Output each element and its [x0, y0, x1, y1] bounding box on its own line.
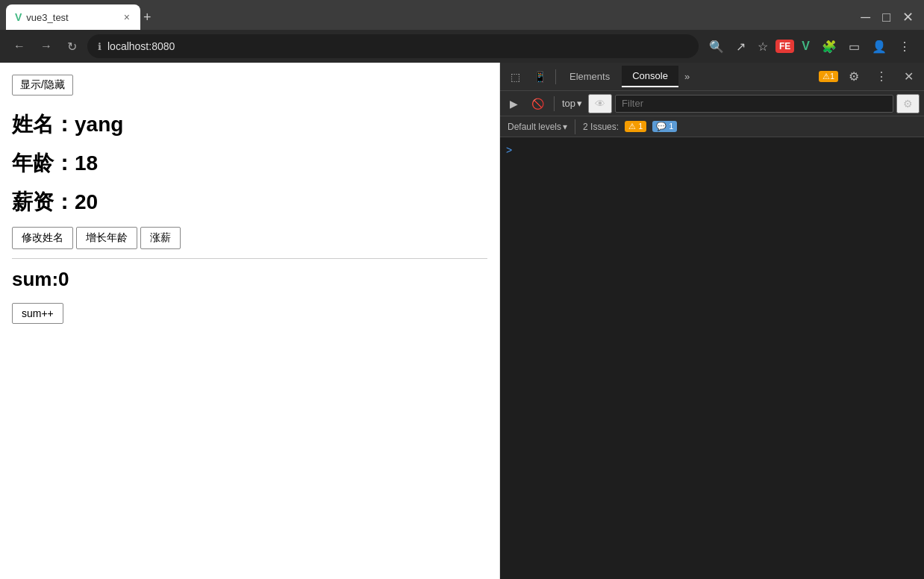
- address-bar: ← → ↻ ℹ localhost:8080 🔍 ↗ ☆ FE V 🧩 ▭ 👤 …: [0, 30, 924, 63]
- show-hide-button[interactable]: 显示/隐藏: [12, 75, 73, 96]
- section-divider: [12, 258, 487, 259]
- devtools-badge: ⚠1: [819, 71, 838, 82]
- info-badge: 💬 1: [652, 121, 677, 132]
- forward-button[interactable]: →: [36, 37, 57, 56]
- context-selector[interactable]: top ▾: [559, 96, 585, 110]
- issues-separator: [575, 119, 575, 134]
- address-input-wrap[interactable]: ℹ localhost:8080: [87, 34, 699, 58]
- console-eye-btn[interactable]: 👁: [588, 94, 612, 113]
- default-levels-dropdown[interactable]: Default levels ▾: [508, 122, 567, 132]
- tab-console[interactable]: Console: [622, 66, 678, 87]
- tab-title: vue3_test: [26, 12, 117, 23]
- address-text: localhost:8080: [107, 40, 175, 52]
- minimize-button[interactable]: ─: [856, 9, 875, 25]
- console-prompt[interactable]: >: [506, 144, 512, 156]
- console-area[interactable]: >: [500, 137, 924, 579]
- sum-display: sum:0: [12, 268, 487, 291]
- console-gear-btn[interactable]: ⚙: [896, 94, 920, 113]
- toolbar-separator: [555, 69, 556, 84]
- devtools-close-btn[interactable]: ✕: [898, 66, 920, 87]
- warning-badge: ⚠ 1: [625, 121, 646, 132]
- browser-toolbar: 🔍 ↗ ☆ FE V 🧩 ▭ 👤 ⋮: [705, 37, 915, 57]
- tab-more-button[interactable]: »: [680, 68, 694, 85]
- sidebar-icon[interactable]: ▭: [844, 37, 864, 57]
- name-display: 姓名：yang: [12, 110, 487, 139]
- devtools-device-btn[interactable]: 📱: [528, 68, 552, 86]
- zoom-icon[interactable]: 🔍: [705, 37, 728, 57]
- new-tab-button[interactable]: +: [143, 10, 152, 25]
- issues-bar: Default levels ▾ 2 Issues: ⚠ 1 💬 1: [500, 116, 924, 137]
- maximize-button[interactable]: □: [878, 9, 895, 25]
- window-close-button[interactable]: ✕: [898, 9, 918, 25]
- info-section: 姓名：yang 年龄：18 薪资：20: [12, 110, 487, 216]
- raise-salary-button[interactable]: 涨薪: [140, 227, 181, 249]
- vue-extension-icon[interactable]: V: [797, 37, 814, 56]
- devtools-more-btn[interactable]: ⋮: [870, 66, 893, 87]
- salary-display: 薪资：20: [12, 188, 487, 216]
- devtools-settings-btn[interactable]: ⚙: [843, 66, 865, 87]
- tab-elements[interactable]: Elements: [559, 66, 620, 87]
- console-play-btn[interactable]: ▶: [505, 96, 523, 112]
- issues-text: 2 Issues:: [583, 122, 619, 132]
- lock-icon: ℹ: [98, 41, 102, 52]
- extensions-icon[interactable]: 🧩: [817, 37, 841, 57]
- browser-tab[interactable]: V vue3_test ×: [6, 4, 140, 30]
- bookmark-icon[interactable]: ☆: [753, 37, 772, 57]
- profile-icon[interactable]: 👤: [867, 37, 891, 57]
- devtools-toolbar: ⬚ 📱 Elements Console » ⚠1 ⚙ ⋮ ✕: [500, 63, 924, 91]
- menu-icon[interactable]: ⋮: [894, 37, 915, 57]
- share-icon[interactable]: ↗: [731, 37, 750, 57]
- devtools-inspect-btn[interactable]: ⬚: [505, 68, 526, 86]
- console-block-btn[interactable]: 🚫: [526, 96, 549, 112]
- action-buttons: 修改姓名 增长年龄 涨薪: [12, 227, 487, 249]
- default-levels-arrow: ▾: [563, 122, 567, 132]
- change-name-button[interactable]: 修改姓名: [12, 227, 73, 249]
- increase-age-button[interactable]: 增长年龄: [76, 227, 137, 249]
- console-separator: [554, 96, 555, 111]
- reload-button[interactable]: ↻: [63, 37, 81, 57]
- console-filter-input[interactable]: [615, 95, 893, 113]
- tab-favicon: V: [15, 11, 22, 23]
- fe-extension-icon[interactable]: FE: [775, 40, 794, 53]
- context-dropdown-icon: ▾: [577, 98, 582, 109]
- page-content: 显示/隐藏 姓名：yang 年龄：18 薪资：20 修改姓名 增长年龄 涨薪 s…: [0, 63, 500, 579]
- back-button[interactable]: ←: [9, 37, 30, 56]
- context-label: top: [562, 98, 575, 109]
- sum-increment-button[interactable]: sum++: [12, 303, 63, 324]
- console-toolbar: ▶ 🚫 top ▾ 👁 ⚙: [500, 91, 924, 116]
- default-levels-label: Default levels: [508, 122, 561, 132]
- age-display: 年龄：18: [12, 149, 487, 178]
- main-layout: 显示/隐藏 姓名：yang 年龄：18 薪资：20 修改姓名 增长年龄 涨薪 s…: [0, 63, 924, 579]
- devtools-panel: ⬚ 📱 Elements Console » ⚠1 ⚙ ⋮ ✕ ▶ 🚫 top …: [500, 63, 924, 579]
- tab-close-btn[interactable]: ×: [122, 10, 131, 25]
